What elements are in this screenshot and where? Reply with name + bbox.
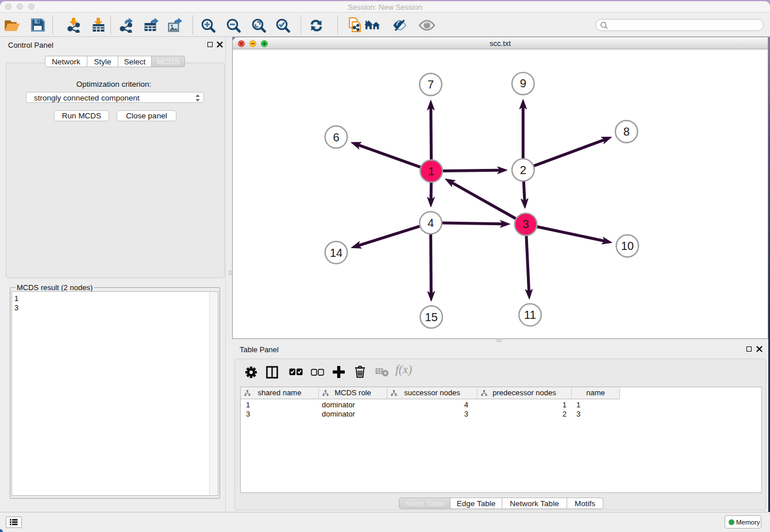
svg-text:6: 6 (333, 131, 339, 144)
svg-text:8: 8 (623, 125, 630, 138)
svg-text:2: 2 (520, 164, 526, 176)
svg-text:4: 4 (428, 217, 434, 229)
svg-text:7: 7 (428, 78, 434, 91)
svg-text:3: 3 (522, 218, 529, 230)
svg-text:10: 10 (621, 240, 634, 252)
svg-text:9: 9 (520, 77, 526, 90)
svg-text:14: 14 (330, 246, 342, 259)
svg-text:1: 1 (428, 165, 434, 178)
svg-text:11: 11 (524, 309, 536, 321)
svg-text:15: 15 (425, 311, 437, 323)
